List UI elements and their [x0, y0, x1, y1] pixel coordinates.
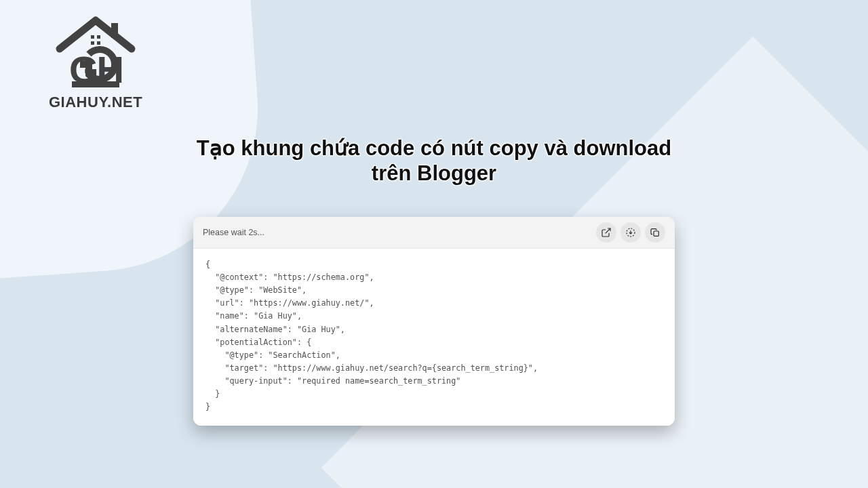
title-line-1: Tạo khung chứa code có nút copy và downl…	[197, 136, 671, 160]
page-title: Tạo khung chứa code có nút copy và downl…	[0, 136, 868, 186]
svg-rect-0	[111, 23, 118, 38]
open-external-icon	[601, 227, 612, 238]
download-button[interactable]	[620, 222, 641, 243]
download-icon	[625, 227, 636, 238]
open-external-button[interactable]	[596, 222, 616, 243]
code-block: { "@context": "https://schema.org", "@ty…	[205, 258, 663, 413]
svg-rect-3	[91, 41, 94, 45]
house-logo-icon: GH	[53, 14, 138, 88]
svg-rect-4	[97, 41, 100, 45]
copy-button[interactable]	[645, 222, 665, 243]
site-logo: GH GIAHUY.NET	[49, 14, 142, 111]
svg-rect-2	[97, 35, 100, 39]
code-card: Please wait 2s...	[193, 217, 675, 426]
code-content: { "@context": "https://schema.org", "@ty…	[193, 249, 675, 426]
svg-rect-6	[72, 81, 119, 87]
status-text: Please wait 2s...	[203, 228, 264, 237]
svg-rect-8	[654, 231, 658, 236]
title-line-2: trên Blogger	[372, 161, 496, 185]
card-actions	[596, 222, 665, 243]
code-card-header: Please wait 2s...	[193, 217, 675, 249]
svg-rect-1	[91, 35, 94, 39]
brand-text: GIAHUY.NET	[49, 94, 142, 111]
copy-icon	[650, 227, 660, 238]
